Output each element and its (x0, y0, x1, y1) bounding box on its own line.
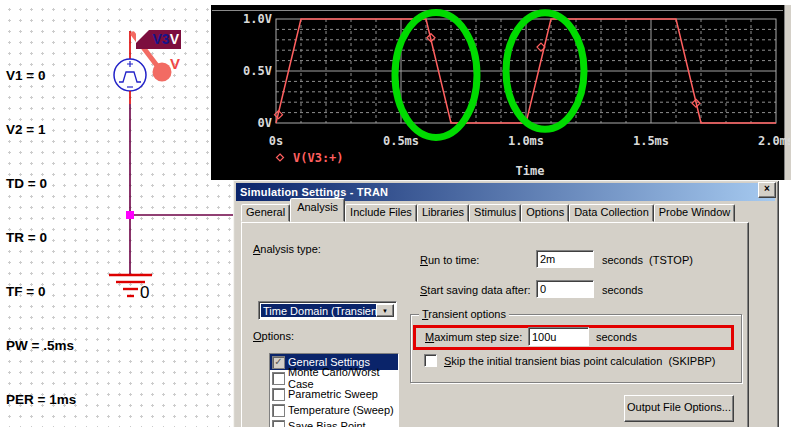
x-axis-tick-label: 0s (269, 134, 283, 148)
transient-options-groupbox: Transient options (410, 314, 742, 383)
tab-analysis[interactable]: Analysis (290, 198, 345, 222)
options-listbox[interactable]: ✓General SettingsMonte Carlo/Worst CaseP… (269, 353, 399, 427)
max-step-size-label: Maximum step size: (425, 331, 522, 343)
checkbox-icon[interactable] (272, 388, 285, 401)
transient-options-group-label: Transient options (419, 308, 509, 320)
analysis-type-label: Analysis type: (253, 243, 321, 255)
combobox-dropdown-arrow-icon[interactable]: ▼ (376, 304, 394, 317)
x-axis-title: Time (516, 164, 545, 178)
close-button[interactable]: × (758, 182, 776, 198)
tab-data-collection[interactable]: Data Collection (569, 204, 654, 222)
x-axis-tick-label: 0.5ms (383, 134, 419, 148)
option-label: Save Bias Point (288, 420, 366, 427)
annotation-ellipse (395, 13, 477, 138)
skipbp-checkbox[interactable] (424, 354, 437, 367)
waveform-chart: 0V0.5V1.0V0s0.5ms1.0ms1.5ms2.0msV(V3:+)T… (211, 5, 790, 180)
start-saving-input[interactable] (536, 280, 594, 298)
max-step-size-input[interactable] (528, 327, 589, 346)
source-refdes-label[interactable]: V3V (136, 30, 181, 49)
option-row-save-bias-point[interactable]: Save Bias Point (270, 418, 398, 427)
y-axis-tick-label: 0V (258, 116, 272, 130)
run-to-time-label: Run to time: (420, 254, 479, 266)
ground-net-label: 0 (140, 283, 149, 303)
schematic-wires (0, 0, 233, 427)
start-saving-units: seconds (602, 284, 643, 296)
tab-libraries[interactable]: Libraries (417, 204, 469, 222)
checkbox-icon[interactable] (272, 372, 285, 385)
wire-junction-dot (126, 211, 134, 219)
option-label: Monte Carlo/Worst Case (288, 366, 398, 390)
dialog-title: Simulation Settings - TRAN (236, 186, 388, 198)
analysis-type-combobox[interactable]: Time Domain (Transient) ▼ (258, 301, 397, 320)
legend-marker-diamond (277, 154, 284, 161)
checkbox-icon[interactable]: ✓ (272, 356, 285, 369)
simulation-settings-dialog: Simulation Settings - TRAN × GeneralAnal… (233, 180, 779, 427)
options-label: Options: (253, 330, 294, 342)
source-refdes: V3 (153, 31, 170, 47)
option-label: Temperature (Sweep) (288, 404, 394, 416)
schematic-canvas: V1 = 0 V2 = 1 TD = 0 TR = 0 TF = 0 PW = … (0, 0, 233, 427)
option-label: Parametric Sweep (288, 388, 378, 400)
label-corner-triangle (136, 30, 149, 43)
voltage-marker-bulb[interactable] (153, 63, 172, 82)
x-axis-tick-label: 1.0ms (508, 134, 544, 148)
analysis-type-value: Time Domain (Transient) (261, 304, 377, 317)
output-file-options-button[interactable]: Output File Options... (624, 395, 734, 422)
y-axis-tick-label: 0.5V (243, 64, 272, 78)
analysis-tab-panel: Analysis type: Time Domain (Transient) ▼… (241, 222, 749, 427)
source-refdes-overlay: V (170, 31, 179, 47)
option-row-monte-carlo-worst-case[interactable]: Monte Carlo/Worst Case (270, 370, 398, 386)
tab-stimulus[interactable]: Stimulus (469, 204, 521, 222)
start-saving-label: Start saving data after: (420, 284, 531, 296)
tab-probe-window[interactable]: Probe Window (654, 204, 736, 222)
checkbox-icon[interactable] (272, 404, 285, 417)
x-axis-tick-label: 1.5ms (633, 134, 669, 148)
tab-include-files[interactable]: Include Files (345, 204, 417, 222)
skipbp-label: Skip the initial transient bias point ca… (444, 355, 715, 367)
run-to-time-units: seconds (TSTOP) (602, 254, 693, 266)
max-step-size-units: seconds (596, 331, 637, 343)
tab-options[interactable]: Options (521, 204, 569, 222)
screen: V1 = 0 V2 = 1 TD = 0 TR = 0 TF = 0 PW = … (0, 0, 792, 427)
checkbox-icon[interactable] (272, 420, 285, 427)
voltage-marker-letter: V (170, 55, 180, 72)
legend-label: V(V3:+) (293, 151, 344, 165)
x-axis-tick-label: 2.0ms (758, 134, 790, 148)
run-to-time-input[interactable] (536, 250, 594, 268)
option-row-temperature-sweep-[interactable]: Temperature (Sweep) (270, 402, 398, 418)
y-axis-tick-label: 1.0V (243, 12, 272, 26)
probe-plot-window: 0V0.5V1.0V0s0.5ms1.0ms1.5ms2.0msV(V3:+)T… (211, 5, 790, 180)
tab-strip: GeneralAnalysisInclude FilesLibrariesSti… (241, 202, 735, 222)
tab-general[interactable]: General (241, 204, 290, 222)
